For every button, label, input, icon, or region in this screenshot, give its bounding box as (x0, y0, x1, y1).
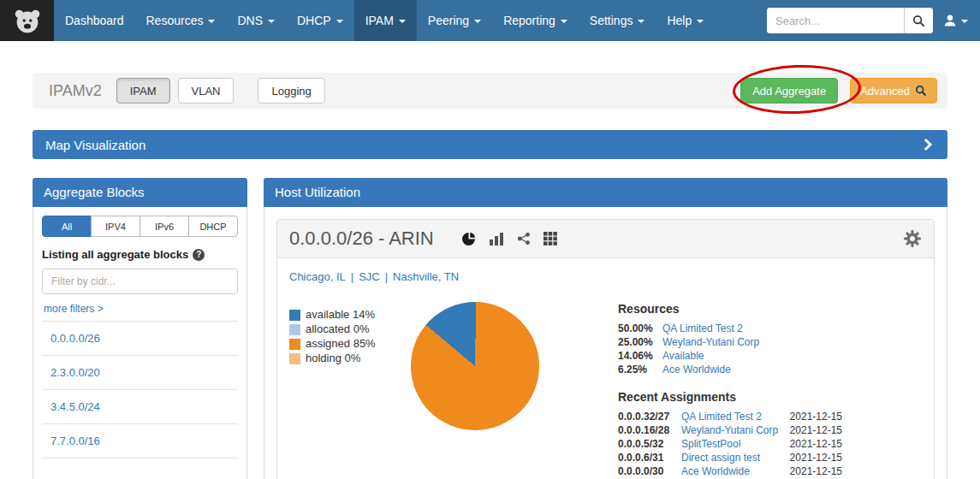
search-button[interactable] (904, 8, 933, 33)
resource-link[interactable]: Available (662, 351, 704, 362)
nav-resources[interactable]: Resources (135, 0, 227, 41)
nav-dhcp[interactable]: DHCP (286, 0, 354, 41)
tab-dhcp[interactable]: DHCP (188, 216, 238, 237)
tab-ipv6[interactable]: IPv6 (140, 216, 189, 237)
bar-chart-icon[interactable] (489, 232, 504, 245)
assignment-row: 0.0.0.0/30Ace Worldwide2021-12-15 (618, 466, 842, 477)
assignment-date: 2021-12-15 (790, 425, 842, 436)
caret-down-icon (208, 20, 215, 23)
view-switcher (461, 232, 557, 246)
list-item[interactable]: 0.0.0.0/26 (42, 321, 238, 355)
search-icon (915, 85, 927, 97)
caret-down-icon (268, 20, 275, 23)
gear-icon (903, 229, 922, 248)
legend-swatch (289, 324, 300, 335)
list-item[interactable]: 3.4.5.0/24 (42, 389, 238, 423)
nav-dashboard[interactable]: Dashboard (54, 0, 135, 41)
resources-heading: Resources (618, 302, 842, 316)
share-icon[interactable] (517, 232, 531, 245)
cidr-filter-input[interactable] (42, 269, 238, 294)
nav-label: Reporting (503, 14, 555, 27)
more-filters-link[interactable]: more filters > (44, 303, 104, 315)
assignment-link[interactable]: QA Limited Test 2 (681, 411, 790, 423)
assignment-link[interactable]: SplitTestPool (681, 439, 790, 450)
tab-vlan[interactable]: VLAN (178, 78, 235, 103)
advanced-button[interactable]: Advanced (850, 78, 937, 103)
caret-down-icon (961, 20, 968, 23)
assignment-row: 0.0.0.16/28Weyland-Yutani Corp2021-12-15 (618, 425, 842, 436)
list-item[interactable]: 7.7.0.0/16 (42, 423, 238, 458)
tab-ipv4[interactable]: IPV4 (91, 216, 140, 237)
resource-row: 50.00%QA Limited Test 2 (618, 323, 842, 334)
legend-swatch (289, 353, 300, 364)
page: Dashboard Resources DNS DHCP IPAM Peerin… (0, 0, 980, 479)
help-icon[interactable]: ? (193, 249, 205, 261)
main-nav: Dashboard Resources DNS DHCP IPAM Peerin… (54, 0, 715, 41)
list-item[interactable] (42, 458, 238, 479)
assignment-date: 2021-12-15 (790, 411, 842, 423)
content: Aggregate Blocks All IPV4 IPv6 DHCP List… (33, 178, 947, 479)
resource-link[interactable]: QA Limited Test 2 (662, 323, 743, 334)
assignment-row: 0.0.0.5/32SplitTestPool2021-12-15 (618, 439, 842, 450)
nav-ipam[interactable]: IPAM (354, 0, 417, 41)
assignment-date: 2021-12-15 (790, 452, 842, 464)
assignment-link[interactable]: Ace Worldwide (681, 466, 790, 477)
aggregate-filter-tabs: All IPV4 IPv6 DHCP (42, 216, 238, 237)
resource-link[interactable]: Weyland-Yutani Corp (662, 337, 759, 348)
caret-down-icon (638, 20, 644, 23)
pie-chart-icon[interactable] (461, 232, 476, 246)
grid-icon[interactable] (543, 232, 557, 245)
assignment-link[interactable]: Direct assign test (681, 452, 790, 464)
tab-all[interactable]: All (42, 216, 92, 237)
legend-item: allocated 0% (289, 323, 399, 335)
top-navbar: Dashboard Resources DNS DHCP IPAM Peerin… (0, 0, 980, 41)
search-input[interactable] (767, 8, 904, 33)
caret-down-icon (399, 20, 406, 23)
user-menu[interactable] (943, 14, 968, 27)
map-visualization-bar[interactable]: Map Visualization (33, 130, 947, 159)
breadcrumb-link[interactable]: Nashville, TN (393, 270, 459, 283)
legend-label: assigned 85% (306, 338, 376, 350)
page-header: IPAMv2 IPAM VLAN Logging Add Aggregate A… (33, 73, 947, 109)
resource-row: 25.00%Weyland-Yutani Corp (618, 337, 842, 348)
resource-link[interactable]: Ace Worldwide (662, 364, 731, 376)
nav-reporting[interactable]: Reporting (492, 0, 579, 41)
nav-label: IPAM (365, 14, 394, 27)
nav-label: Help (667, 14, 692, 27)
assignment-cidr: 0.0.0.16/28 (618, 425, 681, 436)
resource-row: 14.06%Available (618, 351, 842, 362)
legend-label: allocated 0% (306, 323, 369, 335)
tab-logging[interactable]: Logging (258, 78, 324, 103)
host-utilization-header: Host Utilization (264, 178, 947, 207)
settings-gear[interactable] (903, 229, 922, 248)
nav-help[interactable]: Help (656, 0, 715, 41)
utilization-info: Resources 50.00%QA Limited Test 2 25.00%… (618, 302, 842, 479)
assignment-row: 0.0.0.32/27QA Limited Test 22021-12-15 (618, 411, 842, 423)
nav-label: Peering (428, 14, 469, 27)
breadcrumb-separator: | (351, 270, 353, 283)
aggregate-blocks-panel: Aggregate Blocks All IPV4 IPv6 DHCP List… (33, 178, 247, 479)
assignment-link[interactable]: Weyland-Yutani Corp (681, 425, 790, 436)
breadcrumb-link[interactable]: SJC (359, 270, 380, 283)
nav-peering[interactable]: Peering (417, 0, 492, 41)
tab-ipam[interactable]: IPAM (116, 78, 170, 103)
resource-row: 6.25%Ace Worldwide (618, 364, 842, 376)
legend-item: assigned 85% (289, 338, 399, 350)
assignments-heading: Recent Assignments (618, 390, 842, 404)
list-item[interactable]: 2.3.0.0/20 (42, 355, 238, 389)
caret-down-icon (336, 20, 343, 23)
nav-settings[interactable]: Settings (579, 0, 656, 41)
breadcrumb-link[interactable]: Chicago, IL (289, 270, 346, 283)
resource-pct: 14.06% (618, 351, 662, 362)
resource-pct: 50.00% (618, 323, 662, 334)
app-logo[interactable] (0, 0, 54, 41)
search-group (767, 8, 933, 33)
assignment-cidr: 0.0.0.32/27 (618, 411, 681, 423)
block-title: 0.0.0.0/26 - ARIN (289, 228, 434, 250)
legend-swatch (289, 339, 300, 350)
add-aggregate-button[interactable]: Add Aggregate (740, 78, 838, 103)
listing-label: Listing all aggregate blocks ? (42, 248, 238, 261)
resource-pct: 6.25% (618, 364, 662, 376)
assignment-cidr: 0.0.0.5/32 (618, 439, 681, 450)
nav-dns[interactable]: DNS (226, 0, 286, 41)
